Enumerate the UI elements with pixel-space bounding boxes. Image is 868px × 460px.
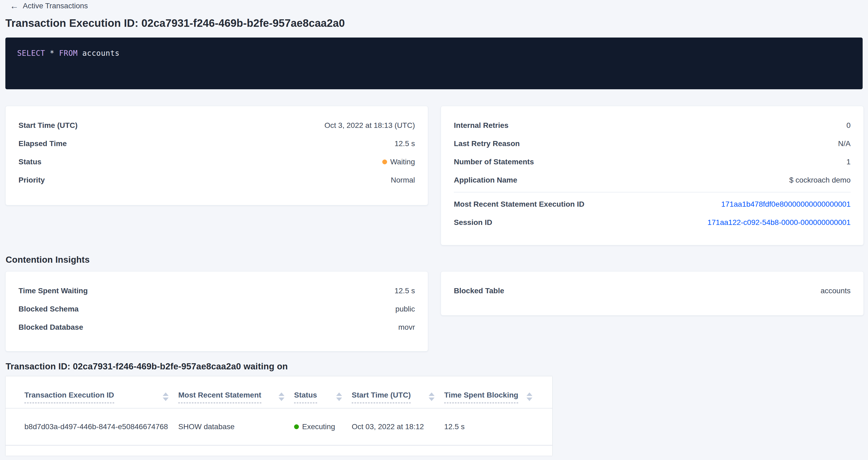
elapsed-time-label: Elapsed Time (19, 140, 67, 148)
contention-insights-heading: Contention Insights (6, 255, 90, 265)
blocked-table-label: Blocked Table (454, 286, 504, 295)
page-title: Transaction Execution ID: 02ca7931-f246-… (5, 17, 345, 29)
detail-row-status: Status Waiting (19, 153, 415, 171)
last-retry-reason-label: Last Retry Reason (454, 140, 520, 148)
cell-start-time: Oct 03, 2022 at 18:12 (352, 423, 444, 431)
arrow-left-icon: ← (10, 2, 19, 10)
detail-row-elapsed-time: Elapsed Time 12.5 s (19, 134, 415, 153)
sql-star: * (50, 49, 54, 58)
detail-row-application-name: Application Name $ cockroach demo (454, 171, 850, 189)
column-header-transaction-execution-id[interactable]: Transaction Execution ID (24, 391, 178, 403)
status-badge: Waiting (382, 158, 415, 166)
column-header-status[interactable]: Status (294, 391, 352, 403)
cell-transaction-execution-id: b8d7d03a-d497-446b-8474-e50846674768 (24, 423, 178, 431)
waiting-status-dot-icon (382, 159, 387, 164)
column-header-time-spent-blocking[interactable]: Time Spent Blocking (444, 391, 542, 403)
column-header-start-time[interactable]: Start Time (UTC) (352, 391, 444, 403)
table-row: b8d7d03a-d497-446b-8474-e50846674768 SHO… (6, 408, 552, 446)
row-status-value: Executing (302, 423, 335, 431)
session-id-link[interactable]: 171aa122-c092-54b8-0000-000000000001 (707, 218, 850, 227)
session-id-label: Session ID (454, 218, 492, 227)
transaction-overview-card-left: Start Time (UTC) Oct 3, 2022 at 18:13 (U… (5, 106, 428, 205)
transaction-overview-card-right: Internal Retries 0 Last Retry Reason N/A… (441, 106, 864, 245)
time-spent-waiting-label: Time Spent Waiting (19, 286, 88, 295)
detail-row-session-id: Session ID 171aa122-c092-54b8-0000-00000… (454, 213, 850, 232)
detail-row-last-retry-reason: Last Retry Reason N/A (454, 134, 850, 153)
sql-keyword-select: SELECT (17, 49, 45, 58)
priority-value: Normal (391, 176, 415, 184)
internal-retries-value: 0 (846, 121, 850, 130)
sql-statement-box: SELECT * FROM accounts (5, 37, 863, 89)
sql-table-name: accounts (82, 49, 120, 58)
number-of-statements-value: 1 (846, 158, 850, 166)
application-name-label: Application Name (454, 176, 517, 184)
table-header-row: Transaction Execution ID Most Recent Sta… (6, 376, 552, 408)
blocked-database-value: movr (398, 323, 415, 332)
most-recent-statement-execution-id-link[interactable]: 171aa1b478fdf0e80000000000000001 (721, 200, 850, 209)
sql-keyword-from: FROM (59, 49, 78, 58)
sort-icon[interactable] (526, 393, 532, 401)
start-time-value: Oct 3, 2022 at 18:13 (UTC) (324, 121, 415, 130)
waiting-on-table: Transaction Execution ID Most Recent Sta… (6, 376, 552, 456)
application-name-value: $ cockroach demo (789, 176, 850, 184)
back-link-label: Active Transactions (23, 2, 88, 10)
contention-card-left: Time Spent Waiting 12.5 s Blocked Schema… (5, 271, 428, 351)
detail-row-priority: Priority Normal (19, 171, 415, 189)
sort-icon[interactable] (336, 393, 342, 401)
detail-row-start-time: Start Time (UTC) Oct 3, 2022 at 18:13 (U… (19, 116, 415, 134)
detail-row-blocked-table: Blocked Table accounts (454, 282, 850, 300)
column-header-most-recent-statement[interactable]: Most Recent Statement (178, 391, 294, 403)
detail-row-most-recent-statement-execution-id: Most Recent Statement Execution ID 171aa… (454, 195, 850, 213)
elapsed-time-value: 12.5 s (395, 140, 415, 148)
column-header-label[interactable]: Status (294, 391, 317, 403)
sort-icon[interactable] (429, 393, 435, 401)
contention-card-right: Blocked Table accounts (441, 271, 864, 315)
blocked-database-label: Blocked Database (19, 323, 83, 332)
last-retry-reason-value: N/A (838, 140, 850, 148)
cell-time-spent-blocking: 12.5 s (444, 423, 542, 431)
time-spent-waiting-value: 12.5 s (395, 286, 415, 295)
sort-icon[interactable] (279, 393, 284, 401)
number-of-statements-label: Number of Statements (454, 158, 534, 166)
start-time-label: Start Time (UTC) (19, 121, 78, 130)
detail-row-blocked-schema: Blocked Schema public (19, 300, 415, 318)
status-label: Status (19, 158, 41, 166)
cell-most-recent-statement: SHOW database (178, 423, 294, 431)
internal-retries-label: Internal Retries (454, 121, 508, 130)
status-value: Waiting (390, 158, 415, 166)
sort-icon[interactable] (163, 393, 168, 401)
executing-status-dot-icon (294, 424, 299, 429)
blocked-table-value: accounts (820, 286, 850, 295)
column-header-label[interactable]: Transaction Execution ID (24, 391, 114, 403)
blocked-schema-value: public (395, 305, 415, 313)
detail-row-blocked-database: Blocked Database movr (19, 318, 415, 336)
card-divider (454, 192, 850, 192)
column-header-label[interactable]: Start Time (UTC) (352, 391, 411, 403)
column-header-label[interactable]: Most Recent Statement (178, 391, 261, 403)
most-recent-statement-execution-id-label: Most Recent Statement Execution ID (454, 200, 584, 209)
column-header-label[interactable]: Time Spent Blocking (444, 391, 518, 403)
back-to-active-transactions-link[interactable]: ← Active Transactions (10, 2, 88, 10)
waiting-on-heading: Transaction ID: 02ca7931-f246-469b-b2fe-… (6, 361, 288, 371)
cell-status: Executing (294, 423, 352, 431)
detail-row-time-spent-waiting: Time Spent Waiting 12.5 s (19, 282, 415, 300)
detail-row-internal-retries: Internal Retries 0 (454, 116, 850, 134)
detail-row-number-of-statements: Number of Statements 1 (454, 153, 850, 171)
blocked-schema-label: Blocked Schema (19, 305, 79, 313)
priority-label: Priority (19, 176, 45, 184)
